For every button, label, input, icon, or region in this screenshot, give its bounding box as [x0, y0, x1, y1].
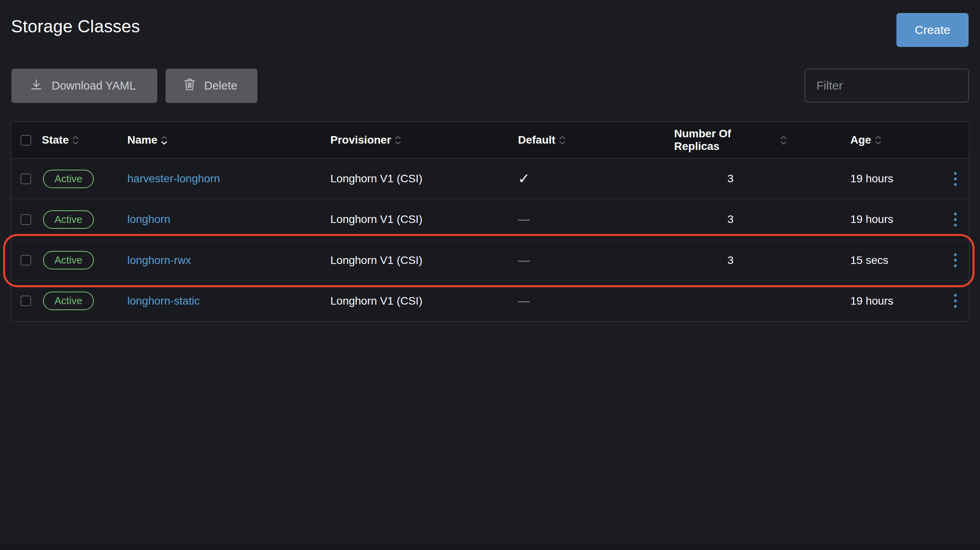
default-dash: —: [518, 294, 674, 308]
sort-icon: [72, 136, 79, 145]
status-badge: Active: [43, 210, 94, 229]
row-actions-kebab-button[interactable]: [948, 208, 963, 231]
filter-input[interactable]: [805, 69, 969, 103]
table-row: Active harvester-longhorn Longhorn V1 (C…: [11, 159, 969, 199]
footer-strip: [0, 544, 980, 550]
download-yaml-label: Download YAML: [52, 79, 136, 92]
replicas-cell: 3: [727, 172, 734, 185]
sort-icon: [395, 136, 401, 145]
table-row-highlighted: Active longhorn-rwx Longhorn V1 (CSI) — …: [11, 240, 969, 281]
storage-class-link[interactable]: harvester-longhorn: [127, 172, 220, 185]
status-badge: Active: [43, 251, 94, 269]
page-title: Storage Classes: [11, 17, 140, 36]
replicas-cell: 3: [727, 254, 734, 267]
sort-icon: [559, 136, 566, 145]
age-cell: 19 hours: [787, 213, 941, 226]
provisioner-cell: Longhorn V1 (CSI): [330, 254, 518, 267]
column-header-replicas[interactable]: Number Of Replicas: [674, 127, 787, 153]
sort-icon: [780, 136, 787, 145]
storage-class-link[interactable]: longhorn-rwx: [127, 254, 191, 266]
select-all-cell: [11, 135, 42, 146]
delete-button[interactable]: Delete: [166, 69, 257, 103]
age-cell: 19 hours: [787, 295, 941, 307]
row-checkbox[interactable]: [20, 296, 31, 306]
column-header-name[interactable]: Name: [127, 134, 330, 146]
sort-icon: [875, 136, 881, 145]
column-header-age[interactable]: Age: [787, 134, 941, 146]
column-header-default[interactable]: Default: [518, 134, 674, 146]
status-badge: Active: [43, 170, 94, 188]
sort-icon-active: [161, 136, 168, 145]
trash-icon: [184, 78, 196, 94]
provisioner-cell: Longhorn V1 (CSI): [330, 172, 518, 185]
default-dash: —: [518, 254, 674, 267]
column-header-provisioner[interactable]: Provisioner: [330, 134, 518, 146]
download-yaml-button[interactable]: Download YAML: [11, 69, 157, 103]
select-all-checkbox[interactable]: [20, 135, 31, 146]
provisioner-cell: Longhorn V1 (CSI): [330, 213, 518, 226]
storage-classes-table: State Name Provisioner Default: [11, 122, 969, 322]
default-dash: —: [518, 213, 674, 226]
row-actions-kebab-button[interactable]: [948, 249, 963, 272]
age-cell: 15 secs: [787, 254, 941, 267]
table-row: Active longhorn Longhorn V1 (CSI) — 3 19…: [11, 199, 969, 240]
storage-class-link[interactable]: longhorn: [127, 213, 170, 225]
default-checkmark-icon: ✓: [518, 170, 674, 187]
download-icon: [30, 78, 43, 94]
age-cell: 19 hours: [787, 172, 941, 185]
replicas-cell: 3: [727, 213, 734, 226]
create-button[interactable]: Create: [896, 13, 969, 47]
status-badge: Active: [43, 292, 94, 310]
delete-label: Delete: [204, 79, 237, 92]
column-header-state[interactable]: State: [42, 134, 127, 146]
row-actions-kebab-button[interactable]: [948, 167, 963, 191]
table-row: Active longhorn-static Longhorn V1 (CSI)…: [11, 281, 969, 321]
row-checkbox[interactable]: [20, 174, 31, 184]
row-checkbox[interactable]: [20, 255, 31, 266]
provisioner-cell: Longhorn V1 (CSI): [330, 295, 518, 307]
row-checkbox[interactable]: [20, 214, 31, 225]
storage-class-link[interactable]: longhorn-static: [127, 295, 200, 307]
table-header-row: State Name Provisioner Default: [11, 122, 969, 159]
row-actions-kebab-button[interactable]: [948, 289, 963, 312]
